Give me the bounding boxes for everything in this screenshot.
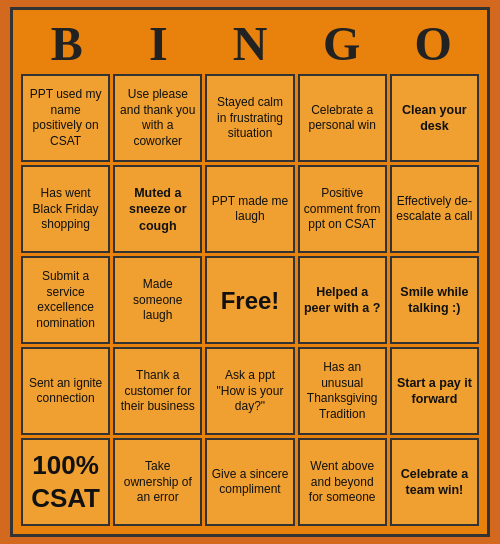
bingo-cell-5[interactable]: Has went Black Friday shopping xyxy=(21,165,110,253)
bingo-cell-8[interactable]: Positive comment from ppt on CSAT xyxy=(298,165,387,253)
bingo-cell-24[interactable]: Celebrate a team win! xyxy=(390,438,479,526)
bingo-cell-0[interactable]: PPT used my name positively on CSAT xyxy=(21,74,110,162)
bingo-cell-1[interactable]: Use please and thank you with a coworker xyxy=(113,74,202,162)
bingo-cell-4[interactable]: Clean your desk xyxy=(390,74,479,162)
bingo-cell-21[interactable]: Take ownership of an error xyxy=(113,438,202,526)
bingo-cell-22[interactable]: Give a sincere compliment xyxy=(205,438,294,526)
bingo-cell-9[interactable]: Effectively de-escalate a call xyxy=(390,165,479,253)
bingo-cell-12[interactable]: Free! xyxy=(205,256,294,344)
bingo-letter-g: G xyxy=(296,18,388,71)
bingo-cell-19[interactable]: Start a pay it forward xyxy=(390,347,479,435)
bingo-cell-13[interactable]: Helped a peer with a ? xyxy=(298,256,387,344)
bingo-cell-3[interactable]: Celebrate a personal win xyxy=(298,74,387,162)
bingo-letter-i: I xyxy=(113,18,205,71)
bingo-header: BINGO xyxy=(21,18,479,71)
bingo-cell-20[interactable]: 100% CSAT xyxy=(21,438,110,526)
bingo-letter-o: O xyxy=(387,18,479,71)
bingo-cell-14[interactable]: Smile while talking :) xyxy=(390,256,479,344)
bingo-cell-7[interactable]: PPT made me laugh xyxy=(205,165,294,253)
bingo-cell-16[interactable]: Thank a customer for their business xyxy=(113,347,202,435)
bingo-letter-n: N xyxy=(204,18,296,71)
bingo-cell-2[interactable]: Stayed calm in frustrating situation xyxy=(205,74,294,162)
bingo-cell-11[interactable]: Made someone laugh xyxy=(113,256,202,344)
bingo-letter-b: B xyxy=(21,18,113,71)
bingo-cell-23[interactable]: Went above and beyond for someone xyxy=(298,438,387,526)
bingo-cell-10[interactable]: Submit a service excellence nomination xyxy=(21,256,110,344)
bingo-cell-6[interactable]: Muted a sneeze or cough xyxy=(113,165,202,253)
bingo-cell-18[interactable]: Has an unusual Thanksgiving Tradition xyxy=(298,347,387,435)
bingo-cell-17[interactable]: Ask a ppt "How is your day?" xyxy=(205,347,294,435)
bingo-card: BINGO PPT used my name positively on CSA… xyxy=(10,7,490,538)
bingo-grid: PPT used my name positively on CSATUse p… xyxy=(21,74,479,526)
bingo-cell-15[interactable]: Sent an ignite connection xyxy=(21,347,110,435)
